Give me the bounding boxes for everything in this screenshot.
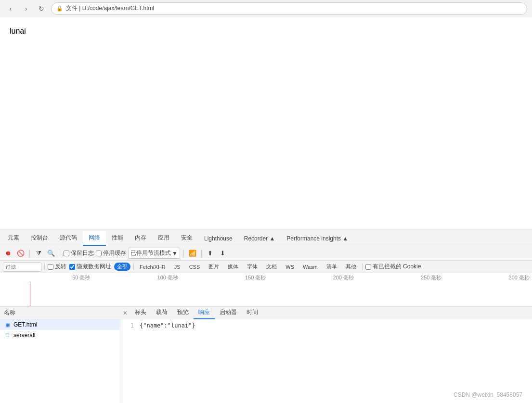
filter-tag-ws[interactable]: WS <box>283 264 297 270</box>
reverse-group[interactable]: 反转 <box>48 263 66 271</box>
checkbox-icon-serverall: ☐ <box>4 332 11 339</box>
back-button[interactable]: ‹ <box>5 3 16 14</box>
throttle-label: 已停用节流模式 <box>130 249 171 257</box>
throttle-dropdown[interactable]: 已停用节流模式 ▼ <box>128 248 180 259</box>
tab-sources[interactable]: 源代码 <box>54 231 83 246</box>
record-button[interactable]: ⏺ <box>3 248 13 259</box>
tab-elements[interactable]: 元素 <box>2 231 25 246</box>
tab-network[interactable]: 网络 <box>83 231 106 246</box>
filter-tag-img[interactable]: 图片 <box>206 263 222 271</box>
close-detail-button[interactable]: ✕ <box>120 310 130 316</box>
page-content: lunai <box>0 17 532 229</box>
request-name-gethtml: GET.html <box>13 321 37 328</box>
toolbar-separator-2 <box>60 250 60 257</box>
browser-topbar: ‹ › ↻ 🔒 文件 | D:/code/ajax/learn/GET.html <box>0 0 532 17</box>
timeline-label-200: 200 毫秒 <box>269 274 357 281</box>
devtools-tabs: 元素 控制台 源代码 网络 性能 内存 应用 安全 Lighthouse Rec… <box>0 229 532 246</box>
reload-button[interactable]: ↻ <box>36 3 47 14</box>
network-toolbar: ⏺ 🚫 ⧩ 🔍 保留日志 停用缓存 已停用节流模式 ▼ 📶 ⬆ ⬇ <box>0 246 532 261</box>
filter-tag-fetch-xhr[interactable]: Fetch/XHR <box>137 264 169 270</box>
split-view: ▣ GET.html ☐ serverall 1 {"name":"lunai"… <box>0 319 532 403</box>
detail-tab-initiator[interactable]: 启动器 <box>215 307 242 319</box>
network-filter-row: 反转 隐藏数据网址 全部 Fetch/XHR JS CSS 图片 媒体 字体 文… <box>0 261 532 273</box>
tab-performance-insights[interactable]: Performance insights ▲ <box>281 232 354 246</box>
disable-cache-label: 停用缓存 <box>103 249 126 257</box>
filter-button[interactable]: ⧩ <box>33 248 44 259</box>
detail-tab-response[interactable]: 响应 <box>194 307 215 319</box>
watermark-text: CSDN @weixin_58458057 <box>454 391 522 398</box>
filter-tag-all[interactable]: 全部 <box>114 263 130 271</box>
filter-separator-2 <box>133 264 134 270</box>
tab-security[interactable]: 安全 <box>175 231 198 246</box>
network-timeline: 50 毫秒 100 毫秒 150 毫秒 200 毫秒 250 毫秒 300 毫秒 <box>0 273 532 307</box>
detail-tab-preview[interactable]: 预览 <box>172 307 194 319</box>
timeline-label-300: 300 毫秒 <box>444 274 532 281</box>
response-panel: 1 {"name":"lunai"} <box>120 319 532 403</box>
filter-separator-3 <box>362 264 363 270</box>
wifi-icon[interactable]: 📶 <box>187 248 198 259</box>
disable-cache-checkbox[interactable] <box>96 251 102 256</box>
toolbar-separator-1 <box>29 250 30 257</box>
search-button[interactable]: 🔍 <box>46 248 56 259</box>
filter-tag-css[interactable]: CSS <box>186 264 203 270</box>
devtools-panel: 元素 控制台 源代码 网络 性能 内存 应用 安全 Lighthouse Rec… <box>0 229 532 403</box>
hide-data-urls-group[interactable]: 隐藏数据网址 <box>69 263 111 271</box>
forward-button[interactable]: › <box>20 3 32 14</box>
blocked-cookies-group[interactable]: 有已拦截的 Cookie <box>365 263 421 271</box>
clear-button[interactable]: 🚫 <box>15 248 26 259</box>
response-line-1: 1 {"name":"lunai"} <box>120 321 532 330</box>
timeline-label-100: 100 毫秒 <box>93 274 181 281</box>
tab-application[interactable]: 应用 <box>152 231 175 246</box>
filter-tag-manifest[interactable]: 清单 <box>324 263 340 271</box>
request-item-serverall[interactable]: ☐ serverall <box>0 330 120 340</box>
request-name-serverall: serverall <box>13 332 35 339</box>
address-bar[interactable]: 🔒 文件 | D:/code/ajax/learn/GET.html <box>51 2 527 15</box>
csdn-watermark: CSDN @weixin_58458057 <box>454 391 522 398</box>
page-main-text: lunai <box>10 27 522 36</box>
reverse-label: 反转 <box>55 263 66 271</box>
line-content-1: {"name":"lunai"} <box>140 322 195 329</box>
timeline-marker <box>30 282 30 306</box>
upload-icon[interactable]: ⬆ <box>205 248 216 259</box>
timeline-label-150: 150 毫秒 <box>181 274 269 281</box>
filter-input[interactable] <box>3 262 41 272</box>
hide-data-urls-checkbox[interactable] <box>69 264 75 270</box>
blocked-cookies-label: 有已拦截的 Cookie <box>373 263 421 271</box>
timeline-labels: 50 毫秒 100 毫秒 150 毫秒 200 毫秒 250 毫秒 300 毫秒 <box>0 274 532 281</box>
detail-tab-headers[interactable]: 标头 <box>130 307 151 319</box>
doc-icon-gethtml: ▣ <box>4 321 11 328</box>
tab-performance[interactable]: 性能 <box>106 231 129 246</box>
filter-separator-1 <box>44 264 45 270</box>
devtools-main: 名称 ✕ 标头 载荷 预览 响应 启动器 时间 ▣ GET.html ☐ ser <box>0 307 532 403</box>
download-icon[interactable]: ⬇ <box>218 248 228 259</box>
filter-tag-js[interactable]: JS <box>171 264 183 270</box>
address-icon: 🔒 <box>56 5 63 12</box>
toolbar-separator-4 <box>201 250 202 257</box>
filter-tag-doc[interactable]: 文档 <box>263 263 280 271</box>
tab-recorder[interactable]: Recorder ▲ <box>238 232 281 246</box>
detail-tabs: 标头 载荷 预览 响应 启动器 时间 <box>130 307 532 319</box>
tab-memory[interactable]: 内存 <box>129 231 152 246</box>
detail-tab-payload[interactable]: 载荷 <box>151 307 172 319</box>
throttle-arrow-icon: ▼ <box>172 250 178 257</box>
detail-tab-timing[interactable]: 时间 <box>242 307 263 319</box>
disable-cache-group[interactable]: 停用缓存 <box>96 249 126 257</box>
filter-tag-other[interactable]: 其他 <box>343 263 359 271</box>
filter-tag-font[interactable]: 字体 <box>244 263 260 271</box>
preserve-log-label: 保留日志 <box>71 249 94 257</box>
request-list-header: 名称 ✕ 标头 载荷 预览 响应 启动器 时间 <box>0 307 532 319</box>
request-list-panel: ▣ GET.html ☐ serverall <box>0 319 120 403</box>
tab-console[interactable]: 控制台 <box>25 231 54 246</box>
filter-tag-media[interactable]: 媒体 <box>225 263 241 271</box>
tab-lighthouse[interactable]: Lighthouse <box>198 232 238 246</box>
preserve-log-checkbox[interactable] <box>64 251 69 256</box>
toolbar-separator-3 <box>183 250 184 257</box>
col-name-header: 名称 <box>0 309 120 317</box>
address-text: 文件 | D:/code/ajax/learn/GET.html <box>66 4 154 13</box>
request-item-gethtml[interactable]: ▣ GET.html <box>0 319 120 330</box>
reverse-checkbox[interactable] <box>48 264 53 270</box>
filter-tag-wasm[interactable]: Wasm <box>300 264 321 270</box>
hide-data-urls-label: 隐藏数据网址 <box>77 263 111 271</box>
blocked-cookies-checkbox[interactable] <box>365 264 371 270</box>
preserve-log-group[interactable]: 保留日志 <box>64 249 94 257</box>
